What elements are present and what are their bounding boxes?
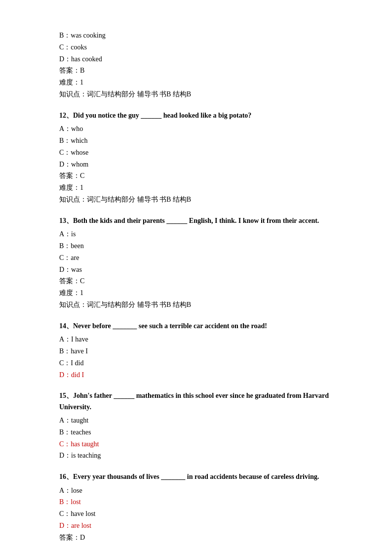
option-16b: B：lost xyxy=(59,496,333,508)
option-13a: A：is xyxy=(59,228,333,240)
option-b: B：was cooking xyxy=(59,30,333,42)
question-stem-16: 16、Every year thousands of lives _______… xyxy=(59,471,333,482)
difficulty-13: 难度：1 xyxy=(59,287,333,299)
option-15d: D：is teaching xyxy=(59,450,333,462)
knowledge: 知识点：词汇与结构部分 辅导书 书B 结构B xyxy=(59,88,333,100)
option-15b: B：teaches xyxy=(59,427,333,438)
option-15a: A：taught xyxy=(59,415,333,427)
option-13b: B：been xyxy=(59,240,333,252)
difficulty-12: 难度：1 xyxy=(59,182,333,194)
answer-13: 答案：C xyxy=(59,275,333,287)
question-13: 13、Both the kids and their parents _____… xyxy=(59,215,333,311)
answer-12: 答案：C xyxy=(59,170,333,182)
question-prev: B：was cooking C：cooks D：has cooked 答案：B … xyxy=(59,30,333,100)
option-12a: A：who xyxy=(59,123,333,135)
option-14d: D：did I xyxy=(59,369,333,381)
question-15: 15、John's father ______ mathematics in t… xyxy=(59,390,333,462)
answer: 答案：B xyxy=(59,65,333,77)
answer-16: 答案：D xyxy=(59,532,333,544)
option-14b: B：have I xyxy=(59,345,333,357)
question-stem-12: 12、Did you notice the guy ______ head lo… xyxy=(59,110,333,121)
question-14: 14、Never before _______ see such a terri… xyxy=(59,321,333,381)
question-stem-14: 14、Never before _______ see such a terri… xyxy=(59,321,333,332)
option-16a: A：lose xyxy=(59,485,333,497)
knowledge-12: 知识点：词汇与结构部分 辅导书 书B 结构B xyxy=(59,194,333,206)
option-13c: C：are xyxy=(59,252,333,264)
option-c: C：cooks xyxy=(59,42,333,53)
knowledge-13: 知识点：词汇与结构部分 辅导书 书B 结构B xyxy=(59,299,333,311)
question-stem-15: 15、John's father ______ mathematics in t… xyxy=(59,390,333,413)
option-13d: D：was xyxy=(59,264,333,276)
question-stem-13: 13、Both the kids and their parents _____… xyxy=(59,215,333,226)
question-12: 12、Did you notice the guy ______ head lo… xyxy=(59,110,333,206)
option-16c: C：have lost xyxy=(59,508,333,520)
option-15c: C：has taught xyxy=(59,438,333,450)
option-16d: D：are lost xyxy=(59,520,333,532)
difficulty: 难度：1 xyxy=(59,77,333,88)
option-12c: C：whose xyxy=(59,147,333,159)
option-14c: C：I did xyxy=(59,357,333,369)
option-12d: D：whom xyxy=(59,159,333,171)
option-d: D：has cooked xyxy=(59,53,333,65)
option-14a: A：I have xyxy=(59,334,333,345)
question-16: 16、Every year thousands of lives _______… xyxy=(59,471,333,543)
option-12b: B：which xyxy=(59,135,333,147)
